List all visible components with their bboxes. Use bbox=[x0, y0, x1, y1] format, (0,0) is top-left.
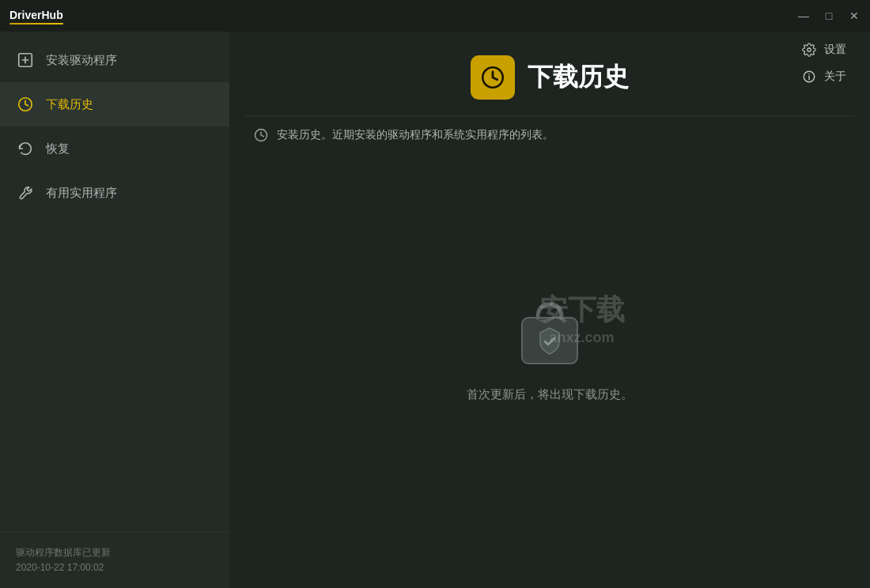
svg-point-5 bbox=[808, 74, 810, 75]
sidebar-nav: 安装驱动程序 下载历史 bbox=[0, 32, 229, 532]
sidebar: 安装驱动程序 下载历史 bbox=[0, 32, 229, 588]
settings-menu-item[interactable]: 设置 bbox=[794, 38, 854, 62]
logo-area: DriverHub bbox=[9, 8, 63, 24]
empty-state: 首次更新后，将出现下载历史。 bbox=[229, 154, 870, 588]
window-controls: — □ ✕ bbox=[797, 9, 861, 22]
sidebar-item-label: 有用实用程序 bbox=[46, 186, 117, 201]
page-icon bbox=[471, 55, 515, 100]
logo-text: DriverHub bbox=[9, 9, 63, 21]
minimize-button[interactable]: — bbox=[797, 9, 810, 22]
content-area: 设置 关于 下载历史 bbox=[229, 32, 870, 588]
description-text: 安装历史。近期安装的驱动程序和系统实用程序的列表。 bbox=[277, 128, 554, 142]
about-menu-item[interactable]: 关于 bbox=[794, 65, 854, 89]
sidebar-item-restore[interactable]: 恢复 bbox=[0, 126, 229, 171]
sidebar-item-download-history[interactable]: 下载历史 bbox=[0, 82, 229, 126]
description-bar: 安装历史。近期安装的驱动程序和系统实用程序的列表。 bbox=[229, 116, 870, 154]
footer-line2: 2020-10-22 17:00:02 bbox=[16, 560, 214, 575]
close-button[interactable]: ✕ bbox=[848, 9, 861, 22]
sidebar-footer: 驱动程序数据库已更新 2020-10-22 17:00:02 bbox=[0, 532, 229, 588]
about-label: 关于 bbox=[824, 70, 846, 84]
footer-line1: 驱动程序数据库已更新 bbox=[16, 545, 214, 560]
svg-point-2 bbox=[808, 48, 811, 52]
sidebar-item-label: 下载历史 bbox=[46, 97, 93, 112]
maximize-button[interactable]: □ bbox=[823, 9, 835, 22]
logo-underline bbox=[9, 23, 63, 24]
sidebar-item-label: 安装驱动程序 bbox=[46, 53, 117, 68]
main-layout: 安装驱动程序 下载历史 bbox=[0, 32, 870, 588]
install-driver-icon bbox=[16, 51, 35, 70]
titlebar: DriverHub — □ ✕ bbox=[0, 0, 870, 32]
sidebar-item-useful-tools[interactable]: 有用实用程序 bbox=[0, 171, 229, 215]
settings-label: 设置 bbox=[824, 43, 846, 57]
page-header: 下载历史 bbox=[229, 32, 870, 115]
restore-icon bbox=[16, 139, 35, 158]
empty-state-icon bbox=[510, 292, 589, 371]
empty-state-text: 首次更新后，将出现下载历史。 bbox=[467, 387, 633, 402]
download-history-icon bbox=[16, 95, 35, 114]
useful-tools-icon bbox=[16, 183, 35, 202]
description-icon bbox=[253, 127, 269, 143]
about-icon bbox=[802, 70, 816, 84]
page-title: 下载历史 bbox=[528, 60, 629, 95]
sidebar-item-label: 恢复 bbox=[46, 141, 70, 156]
settings-icon bbox=[802, 43, 816, 57]
top-menu: 设置 关于 bbox=[794, 38, 854, 89]
sidebar-item-install-driver[interactable]: 安装驱动程序 bbox=[0, 38, 229, 82]
